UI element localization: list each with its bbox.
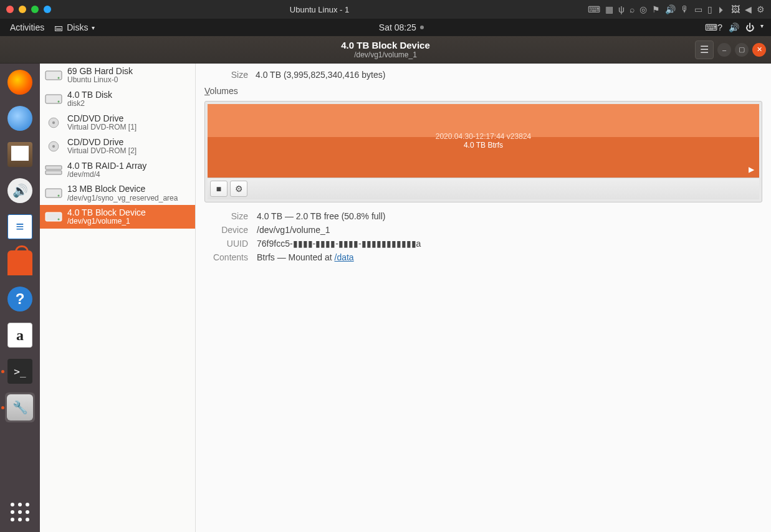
vm-max-icon[interactable] bbox=[31, 6, 39, 13]
device-item[interactable]: CD/DVD Drive Virtual DVD-ROM [1] bbox=[40, 111, 195, 135]
app-menu-icon: 🖴 bbox=[54, 22, 63, 32]
play-icon[interactable]: ▶ bbox=[749, 165, 754, 174]
maximize-icon: ▢ bbox=[739, 45, 745, 54]
system-status-area[interactable]: ⌨? 🔊 ⏻ ▾ bbox=[702, 22, 766, 32]
dock-firefox[interactable] bbox=[5, 67, 35, 97]
device-item[interactable]: 13 MB Block Device /dev/vg1/syno_vg_rese… bbox=[40, 181, 195, 205]
hamburger-icon: ☰ bbox=[700, 44, 709, 55]
dock-amazon[interactable] bbox=[5, 320, 35, 350]
vm-title: Ubuntu Linux - 1 bbox=[51, 5, 588, 14]
device-title: 4.0 TB Disk bbox=[67, 90, 112, 100]
power-icon[interactable]: ⏻ bbox=[745, 22, 754, 32]
device-item[interactable]: 4.0 TB Disk disk2 bbox=[40, 87, 195, 111]
vm-close-icon[interactable] bbox=[6, 6, 14, 13]
drive-icon bbox=[45, 161, 62, 179]
phone-icon[interactable]: ▯ bbox=[707, 4, 712, 14]
terminal-icon: >_ bbox=[7, 359, 32, 384]
device-item[interactable]: 69 GB Hard Disk Ubuntu Linux-0 bbox=[40, 64, 195, 87]
partition-sub: 4.0 TB Btrfs bbox=[464, 141, 503, 150]
detail-value: 76f9fcc5-▮▮▮▮-▮▮▮▮-▮▮▮▮-▮▮▮▮▮▮▮▮▮▮▮a bbox=[257, 239, 421, 249]
device-subtitle: Virtual DVD-ROM [1] bbox=[67, 123, 136, 132]
maximize-button[interactable]: ▢ bbox=[735, 43, 749, 57]
device-subtitle: /dev/vg1/volume_1 bbox=[67, 217, 146, 226]
disks-icon bbox=[7, 394, 33, 420]
gear-icon[interactable]: ⚙ bbox=[757, 4, 765, 14]
more-actions-button[interactable]: ⚙ bbox=[230, 181, 247, 197]
app-menu[interactable]: 🖴 Disks ▾ bbox=[49, 22, 100, 32]
rhythmbox-icon bbox=[7, 178, 32, 203]
clock-label: Sat 08:25 bbox=[379, 22, 416, 32]
device-subtitle: Ubuntu Linux-0 bbox=[67, 76, 133, 85]
gears-icon: ⚙ bbox=[235, 184, 243, 194]
keyboard-icon[interactable]: ⌨ bbox=[588, 4, 600, 14]
drive-icon bbox=[45, 138, 62, 155]
svg-point-13 bbox=[58, 219, 60, 221]
cpu-icon[interactable]: ▦ bbox=[605, 4, 613, 14]
notification-dot-icon bbox=[420, 26, 424, 29]
dock-help[interactable]: ? bbox=[5, 284, 35, 314]
volume-icon[interactable]: 🔊 bbox=[729, 22, 739, 32]
dock-thunderbird[interactable] bbox=[5, 103, 35, 133]
device-item[interactable]: 4.0 TB RAID-1 Array /dev/md/4 bbox=[40, 158, 195, 182]
device-title: CD/DVD Drive bbox=[67, 137, 136, 147]
vm-status-icons: ⌨ ▦ ψ ⌕ ◎ ⚑ 🔊 🎙 ▭ ▯ ⏵ 🖼 ◀ ⚙ bbox=[588, 4, 765, 14]
device-item[interactable]: CD/DVD Drive Virtual DVD-ROM [2] bbox=[40, 135, 195, 158]
mic-icon[interactable]: 🎙 bbox=[681, 4, 689, 14]
chevron-down-icon: ▾ bbox=[92, 24, 95, 31]
software-icon bbox=[7, 250, 32, 275]
sound-icon[interactable]: 🔊 bbox=[665, 4, 676, 14]
clock[interactable]: Sat 08:25 bbox=[379, 22, 424, 32]
accessibility-icon[interactable]: ⌨? bbox=[705, 22, 722, 32]
vm-min-icon[interactable] bbox=[19, 6, 26, 13]
minimize-icon: – bbox=[722, 46, 726, 54]
show-applications-button[interactable] bbox=[7, 500, 32, 525]
vm-extra-icon[interactable] bbox=[44, 6, 51, 13]
hamburger-menu-button[interactable]: ☰ bbox=[695, 40, 714, 59]
dock-software[interactable] bbox=[5, 248, 35, 278]
dock-rhythmbox[interactable] bbox=[5, 176, 35, 206]
app-menu-label: Disks bbox=[67, 22, 88, 32]
size-label: Size bbox=[204, 70, 248, 80]
tablet-icon[interactable]: ▭ bbox=[694, 4, 702, 14]
drive-icon bbox=[45, 114, 62, 131]
volumes-heading: Volumes bbox=[204, 86, 762, 96]
device-item[interactable]: 4.0 TB Block Device /dev/vg1/volume_1 bbox=[40, 205, 195, 229]
device-subtitle: /dev/md/4 bbox=[67, 171, 146, 179]
svg-rect-9 bbox=[45, 171, 62, 174]
device-title: 69 GB Hard Disk bbox=[67, 66, 133, 76]
picture-icon[interactable]: 🖼 bbox=[731, 4, 740, 14]
detail-label: UUID bbox=[204, 239, 248, 249]
device-title: 4.0 TB Block Device bbox=[67, 207, 146, 217]
writer-icon bbox=[7, 214, 32, 239]
content-pane: Size 4.0 TB (3,995,825,340,416 bytes) Vo… bbox=[196, 64, 771, 532]
close-button[interactable]: ✕ bbox=[752, 43, 766, 57]
partition[interactable]: 2020.04.30-12:17:44 v23824 4.0 TB Btrfs … bbox=[208, 104, 759, 178]
device-title: 4.0 TB RAID-1 Array bbox=[67, 161, 146, 171]
dock-writer[interactable] bbox=[5, 212, 35, 242]
search-icon[interactable]: ⌕ bbox=[630, 4, 635, 14]
svg-point-5 bbox=[52, 121, 55, 124]
activities-button[interactable]: Activities bbox=[5, 22, 49, 32]
contents-value: Btrfs — Mounted at /data bbox=[257, 252, 354, 262]
unmount-button[interactable]: ■ bbox=[210, 181, 227, 197]
device-title: 13 MB Block Device bbox=[67, 184, 178, 194]
back-icon[interactable]: ◀ bbox=[745, 4, 752, 14]
device-title: CD/DVD Drive bbox=[67, 113, 136, 123]
dock-disks[interactable] bbox=[5, 392, 35, 422]
partition-name: 2020.04.30-12:17:44 v23824 bbox=[436, 132, 531, 141]
drive-icon bbox=[45, 90, 62, 108]
drive-icon bbox=[45, 184, 62, 202]
close-icon: ✕ bbox=[757, 45, 762, 54]
usb-icon[interactable]: ψ bbox=[618, 4, 625, 14]
flag-icon[interactable]: ⚑ bbox=[652, 4, 660, 14]
mount-point-link[interactable]: /data bbox=[335, 252, 354, 262]
disc-icon[interactable]: ◎ bbox=[639, 4, 647, 14]
camera-icon[interactable]: ⏵ bbox=[717, 4, 726, 14]
minimize-button[interactable]: – bbox=[717, 43, 731, 57]
svg-rect-8 bbox=[45, 166, 62, 169]
volume-toolbar: ■ ⚙ bbox=[208, 178, 759, 199]
dock-files[interactable] bbox=[5, 140, 35, 169]
detail-label: Device bbox=[204, 225, 248, 235]
dock-terminal[interactable]: >_ bbox=[5, 356, 35, 386]
amazon-icon bbox=[7, 323, 32, 348]
